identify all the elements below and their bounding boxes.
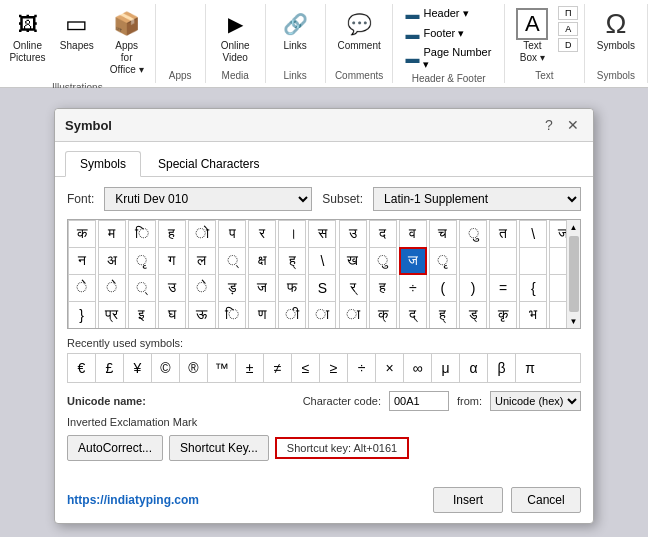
- symbol-cell[interactable]: उ: [158, 274, 186, 302]
- symbol-cell[interactable]: ि: [218, 301, 246, 329]
- symbol-cell[interactable]: ी: [278, 301, 306, 329]
- symbol-cell[interactable]: [459, 247, 487, 275]
- symbol-cell[interactable]: ड्: [459, 301, 487, 329]
- links-button[interactable]: 🔗 Links: [273, 6, 317, 54]
- symbol-cell[interactable]: उ: [339, 220, 367, 248]
- symbol-cell[interactable]: कृ: [489, 301, 517, 329]
- symbol-cell[interactable]: \: [519, 220, 547, 248]
- recently-used-cell[interactable]: ×: [376, 354, 404, 382]
- symbol-cell[interactable]: ह: [158, 220, 186, 248]
- symbol-cell[interactable]: \: [308, 247, 336, 275]
- subset-select[interactable]: Latin-1 Supplement: [373, 187, 581, 211]
- symbol-cell[interactable]: ह्: [429, 301, 457, 329]
- symbol-cell[interactable]: न: [68, 247, 96, 275]
- recently-used-cell[interactable]: ≤: [292, 354, 320, 382]
- symbol-cell[interactable]: भ: [519, 301, 547, 329]
- symbol-cell[interactable]: ृ: [128, 247, 156, 275]
- recently-used-cell[interactable]: ™: [208, 354, 236, 382]
- symbol-cell[interactable]: ु: [369, 247, 397, 275]
- symbol-cell[interactable]: ल: [188, 247, 216, 275]
- cancel-button[interactable]: Cancel: [511, 487, 581, 513]
- symbol-cell[interactable]: ा: [339, 301, 367, 329]
- symbol-cell[interactable]: द: [369, 220, 397, 248]
- symbol-cell[interactable]: र: [248, 220, 276, 248]
- symbol-cell[interactable]: ्: [128, 274, 156, 302]
- scroll-thumb[interactable]: [569, 236, 579, 312]
- recently-used-cell[interactable]: ±: [236, 354, 264, 382]
- symbol-cell[interactable]: प्र: [98, 301, 126, 329]
- symbol-cell[interactable]: ि: [128, 220, 156, 248]
- symbol-cell[interactable]: ): [459, 274, 487, 302]
- text-box-button[interactable]: A TextBox ▾: [510, 6, 554, 66]
- symbol-cell[interactable]: क्ष: [248, 247, 276, 275]
- recently-used-cell[interactable]: ≠: [264, 354, 292, 382]
- tab-symbols[interactable]: Symbols: [65, 151, 141, 177]
- symbol-cell[interactable]: ग: [158, 247, 186, 275]
- symbol-cell[interactable]: {: [519, 274, 547, 302]
- symbol-cell[interactable]: र्: [339, 274, 367, 302]
- symbol-cell[interactable]: ज: [399, 247, 427, 275]
- symbol-cell[interactable]: क्: [369, 301, 397, 329]
- recently-used-cell[interactable]: β: [488, 354, 516, 382]
- recently-used-cell[interactable]: ¥: [124, 354, 152, 382]
- symbol-cell[interactable]: }: [68, 301, 96, 329]
- scrollbar[interactable]: ▲ ▼: [566, 220, 580, 328]
- symbol-cell[interactable]: ो: [188, 220, 216, 248]
- apps-for-office-button[interactable]: 📦 Apps forOffice ▾: [103, 6, 150, 78]
- charcode-input[interactable]: [389, 391, 449, 411]
- shortcut-key-button[interactable]: Shortcut Key...: [169, 435, 269, 461]
- symbol-cell[interactable]: ज: [248, 274, 276, 302]
- online-pictures-button[interactable]: 🖼 OnlinePictures: [4, 6, 50, 66]
- symbol-cell[interactable]: े: [188, 274, 216, 302]
- recently-used-cell[interactable]: ÷: [348, 354, 376, 382]
- quick-parts-button[interactable]: Π: [558, 6, 578, 20]
- symbol-cell[interactable]: ऊ: [188, 301, 216, 329]
- symbol-cell[interactable]: S: [308, 274, 336, 302]
- symbol-cell[interactable]: अ: [98, 247, 126, 275]
- symbol-cell[interactable]: े: [98, 274, 126, 302]
- symbol-cell[interactable]: ृ: [429, 247, 457, 275]
- symbol-cell[interactable]: म: [98, 220, 126, 248]
- symbol-cell[interactable]: व: [399, 220, 427, 248]
- help-button[interactable]: ?: [539, 115, 559, 135]
- symbol-cell[interactable]: े: [68, 274, 96, 302]
- shapes-button[interactable]: ▭ Shapes: [55, 6, 99, 54]
- close-button[interactable]: ✕: [563, 115, 583, 135]
- symbol-cell[interactable]: ा: [308, 301, 336, 329]
- drop-cap-button[interactable]: D: [558, 38, 578, 52]
- recently-used-cell[interactable]: ®: [180, 354, 208, 382]
- symbol-cell[interactable]: ह्: [278, 247, 306, 275]
- symbol-cell[interactable]: [519, 247, 547, 275]
- symbol-cell[interactable]: इ: [128, 301, 156, 329]
- symbol-cell[interactable]: =: [489, 274, 517, 302]
- symbol-cell[interactable]: घ: [158, 301, 186, 329]
- symbol-cell[interactable]: फ: [278, 274, 306, 302]
- insert-button[interactable]: Insert: [433, 487, 503, 513]
- recently-used-cell[interactable]: £: [96, 354, 124, 382]
- comment-button[interactable]: 💬 Comment: [331, 6, 386, 54]
- symbol-cell[interactable]: [489, 247, 517, 275]
- autocorrect-button[interactable]: AutoCorrect...: [67, 435, 163, 461]
- recently-used-cell[interactable]: €: [68, 354, 96, 382]
- scroll-up-arrow[interactable]: ▲: [567, 220, 581, 234]
- footer-button[interactable]: ▬ Footer ▾: [401, 24, 495, 44]
- symbol-cell[interactable]: ह: [369, 274, 397, 302]
- header-button[interactable]: ▬ Header ▾: [401, 4, 495, 24]
- symbol-cell[interactable]: (: [429, 274, 457, 302]
- recently-used-cell[interactable]: π: [516, 354, 544, 382]
- recently-used-cell[interactable]: α: [460, 354, 488, 382]
- symbol-cell[interactable]: क: [68, 220, 96, 248]
- symbol-cell[interactable]: प: [218, 220, 246, 248]
- recently-used-cell[interactable]: ©: [152, 354, 180, 382]
- page-number-button[interactable]: ▬ Page Number ▾: [401, 44, 495, 73]
- symbol-cell[interactable]: ÷: [399, 274, 427, 302]
- symbol-cell[interactable]: च: [429, 220, 457, 248]
- symbol-cell[interactable]: ख: [339, 247, 367, 275]
- symbol-cell[interactable]: ण: [248, 301, 276, 329]
- symbol-cell[interactable]: ्: [218, 247, 246, 275]
- symbol-cell[interactable]: ड़: [218, 274, 246, 302]
- symbol-cell[interactable]: द्: [399, 301, 427, 329]
- font-select[interactable]: Kruti Dev 010: [104, 187, 312, 211]
- symbol-cell[interactable]: स: [308, 220, 336, 248]
- symbol-cell[interactable]: ु: [459, 220, 487, 248]
